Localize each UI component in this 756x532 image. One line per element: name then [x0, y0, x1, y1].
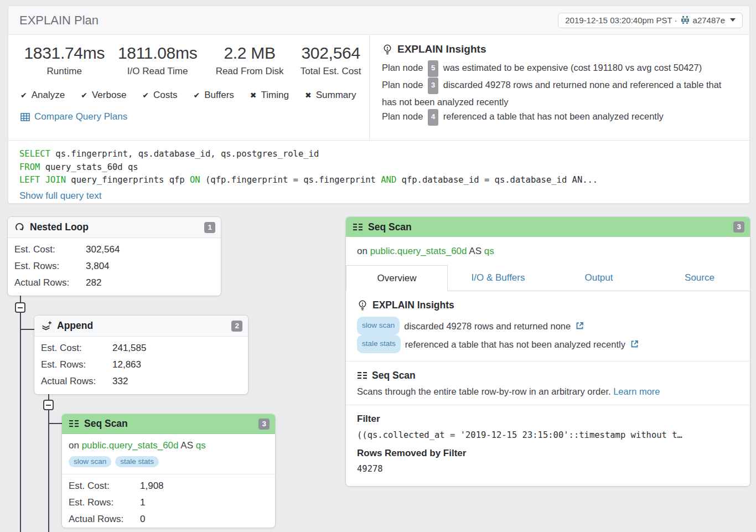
plan-summary-column: 1831.74msRuntime1811.08msI/O Read Time2.…	[8, 35, 370, 140]
append-icon	[41, 321, 52, 331]
table-link[interactable]: public.query_stats_60d	[370, 246, 467, 256]
node-title: Nested Loop	[30, 221, 199, 233]
collapse-node-2-button[interactable]	[43, 400, 54, 410]
option-label: Costs	[153, 90, 177, 101]
explain-options-row: ✔Analyze✔Verbose✔Costs✔Buffers✖Timing✖Su…	[19, 90, 369, 101]
insight-prefix: Plan node	[382, 63, 426, 73]
detail-insights-title: EXPLAIN Insights	[372, 299, 454, 311]
external-link-icon[interactable]	[630, 339, 639, 349]
node-title: Seq Scan	[84, 418, 253, 430]
insight-text: referenced a table that has not been ana…	[405, 337, 625, 352]
tab-i-o-buffers[interactable]: I/O & Buffers	[448, 265, 548, 291]
tab-overview[interactable]: Overview	[346, 265, 448, 291]
chevron-down-icon	[730, 18, 736, 22]
explain-insights-panel: EXPLAIN Insights Plan node 5 was estimat…	[370, 35, 749, 140]
sql-keyword: FROM	[19, 162, 40, 172]
insight-text: discarded 49278 rows and returned none	[404, 318, 571, 334]
explain-option: ✔Verbose	[81, 90, 126, 101]
plan-node-nested-loop[interactable]: Nested Loop 1 Est. Cost:302,564 Est. Row…	[8, 217, 221, 296]
node-number-badge: 3	[258, 419, 270, 430]
stat: 2.2 MBRead From Disk	[207, 44, 293, 77]
stat-value: 1811.08ms	[108, 44, 206, 63]
stat-label: Runtime	[20, 66, 108, 77]
alias-link[interactable]: qs	[196, 440, 206, 451]
insight-tag-badge: slow scan	[357, 317, 400, 335]
tab-source[interactable]: Source	[649, 265, 750, 291]
sql-text: qfp.database_id = qs.database_id AN...	[396, 175, 598, 185]
check-icon: ✔	[81, 91, 87, 100]
alias-link[interactable]: qs	[484, 246, 494, 256]
option-label: Summary	[316, 90, 356, 101]
node-target: on public.query_stats_60d AS qs slow sca…	[62, 434, 275, 474]
insight-prefix: Plan node	[382, 111, 426, 121]
sql-keyword: LEFT JOIN	[19, 175, 66, 185]
explain-option: ✔Buffers	[194, 90, 234, 101]
check-icon: ✔	[20, 91, 27, 100]
tree-connector-vertical-1	[20, 291, 21, 532]
compare-link-label: Compare Query Plans	[34, 111, 127, 122]
sql-text: qs.fingerprint, qs.database_id, qs.postg…	[50, 149, 319, 159]
commit-hash: a27487e	[693, 16, 725, 25]
stat: 1811.08msI/O Read Time	[108, 44, 206, 77]
stat: 1831.74msRuntime	[20, 44, 108, 77]
plan-node-seq-scan[interactable]: Seq Scan 3 on public.query_stats_60d AS …	[62, 414, 275, 528]
sql-line: LEFT JOIN query_fingerprints qfp ON (qfp…	[19, 174, 738, 187]
learn-more-link[interactable]: Learn more	[613, 386, 660, 396]
stat-value: 1831.74ms	[20, 44, 108, 63]
seq-scan-icon	[69, 420, 79, 428]
node-number-badge: 2	[231, 321, 242, 332]
detail-target: on public.query_stats_60d AS qs	[346, 237, 750, 265]
node-number-badge: 3	[733, 221, 744, 233]
node-title: Append	[57, 320, 226, 332]
seq-scan-icon	[357, 371, 367, 380]
explain-option: ✔Costs	[142, 90, 177, 101]
node-stat-row: Actual Rows:332	[34, 373, 248, 390]
plan-node-badge[interactable]: 5	[428, 60, 438, 77]
commit-identicon-icon	[681, 16, 689, 24]
rows-removed-value: 49278	[357, 464, 739, 474]
tab-output[interactable]: Output	[548, 265, 649, 291]
table-link[interactable]: public.query_stats_60d	[82, 440, 179, 451]
lightbulb-icon	[382, 44, 393, 55]
stat-label: I/O Read Time	[108, 66, 206, 77]
plan-node-badge[interactable]: 3	[428, 78, 438, 94]
plan-node-append[interactable]: Append 2 Est. Cost:241,585 Est. Rows:12,…	[34, 316, 248, 394]
node-stat-row: Est. Cost:1,908	[62, 478, 275, 494]
node-tag-badge: stale stats	[115, 456, 159, 467]
card-header: EXPLAIN Plan 2019-12-15 03:20:40pm PST ·…	[8, 6, 749, 35]
stat: 302,564Total Est. Cost	[292, 44, 369, 77]
seq-scan-icon	[353, 223, 363, 231]
sql-lines: SELECT qs.fingerprint, qs.database_id, q…	[19, 148, 738, 187]
plan-timestamp-dropdown[interactable]: 2019-12-15 03:20:40pm PST · a27487e	[558, 13, 743, 28]
stats-row: 1831.74msRuntime1811.08msI/O Read Time2.…	[19, 44, 369, 77]
insights-list: Plan node 5 was estimated to be expensiv…	[382, 60, 738, 126]
stat-label: Read From Disk	[207, 66, 293, 77]
sql-text: query_fingerprints qfp	[66, 175, 190, 185]
external-link-icon[interactable]	[575, 321, 584, 330]
sql-keyword: AND	[381, 175, 396, 185]
check-icon: ✔	[194, 91, 200, 100]
show-full-query-link[interactable]: Show full query text	[19, 189, 101, 203]
node-stat-row: Est. Cost:241,585	[34, 340, 248, 357]
node-stat-row: Est. Rows:12,863	[34, 357, 248, 373]
node-tag-badge: slow scan	[69, 456, 111, 467]
insight-text: referenced a table that has not been ana…	[441, 111, 664, 121]
collapse-node-1-button[interactable]	[15, 302, 25, 313]
cross-icon: ✖	[250, 91, 257, 100]
query-text-block: SELECT qs.fingerprint, qs.database_id, q…	[8, 140, 749, 203]
detail-insights-list: slow scandiscarded 49278 rows and return…	[357, 317, 739, 353]
explain-option: ✖Timing	[250, 90, 289, 101]
compare-query-plans-link[interactable]: Compare Query Plans	[19, 111, 369, 122]
option-label: Timing	[261, 90, 289, 101]
detail-insight-item: slow scandiscarded 49278 rows and return…	[357, 317, 739, 335]
stat-value: 2.2 MB	[207, 44, 293, 63]
tree-connector-branch-1	[21, 329, 35, 330]
filter-section: Filter ((qs.collected_at = '2019-12-15 2…	[346, 405, 750, 482]
stat-value: 302,564	[292, 44, 369, 63]
explain-option: ✖Summary	[305, 90, 356, 101]
node-type-description: Scans through the entire table row-by-ro…	[357, 386, 611, 396]
page-title: EXPLAIN Plan	[19, 13, 558, 28]
node-stat-row: Actual Rows:282	[8, 275, 221, 291]
node-header: Append 2	[34, 316, 248, 337]
plan-node-badge[interactable]: 4	[428, 109, 438, 126]
